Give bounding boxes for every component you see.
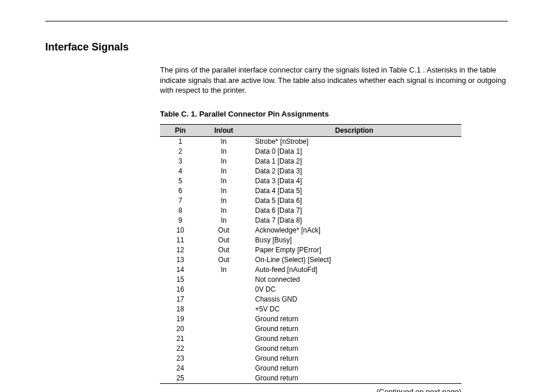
cell-desc: Data 6 [Data 7] <box>247 206 461 216</box>
cell-io: In <box>201 206 247 216</box>
cell-pin: 2 <box>160 147 201 157</box>
cell-pin: 20 <box>160 324 201 334</box>
cell-pin: 12 <box>160 245 201 255</box>
cell-io: In <box>201 157 247 166</box>
cell-io <box>201 304 247 314</box>
cell-io: In <box>201 265 247 275</box>
table-row: 160V DC <box>160 285 461 295</box>
continued-note: (Continued on next page) <box>160 387 461 392</box>
cell-pin: 17 <box>160 295 201 304</box>
cell-io <box>201 285 247 295</box>
section-heading: Interface Signals <box>45 41 508 53</box>
col-header-io: In/out <box>201 124 247 136</box>
cell-io <box>201 334 247 344</box>
table-row: 23Ground return <box>160 354 461 364</box>
pin-assignments-table: Pin In/out Description 1InStrobe* [nStro… <box>160 124 461 385</box>
cell-io <box>201 295 247 304</box>
cell-io <box>201 275 247 285</box>
cell-pin: 22 <box>160 344 201 354</box>
cell-desc: +5V DC <box>247 304 461 314</box>
cell-pin: 6 <box>160 186 201 196</box>
cell-desc: Data 4 [Data 5] <box>247 186 461 196</box>
cell-desc: Not connected <box>247 275 461 285</box>
cell-desc: Data 0 [Data 1] <box>247 147 461 157</box>
table-row: 19Ground return <box>160 314 461 324</box>
cell-desc: Ground return <box>247 364 461 373</box>
cell-pin: 18 <box>160 304 201 314</box>
cell-io: In <box>201 196 247 206</box>
cell-pin: 23 <box>160 354 201 364</box>
col-header-pin: Pin <box>160 124 201 136</box>
cell-pin: 7 <box>160 196 201 206</box>
table-row: 17Chassis GND <box>160 295 461 304</box>
cell-io <box>201 314 247 324</box>
cell-io: In <box>201 186 247 196</box>
table-row: 5InData 3 [Data 4] <box>160 176 461 186</box>
cell-desc: Data 3 [Data 4] <box>247 176 461 186</box>
table-row: 18+5V DC <box>160 304 461 314</box>
table-row: 4InData 2 [Data 3] <box>160 166 461 176</box>
cell-desc: 0V DC <box>247 285 461 295</box>
cell-io: Out <box>201 255 247 265</box>
table-bottom-rule <box>160 383 461 385</box>
cell-pin: 5 <box>160 176 201 186</box>
cell-pin: 3 <box>160 157 201 166</box>
table-row: 12OutPaper Empty [PError] <box>160 245 461 255</box>
table-row: 11OutBusy [Busy] <box>160 235 461 245</box>
cell-pin: 11 <box>160 235 201 245</box>
cell-desc: Busy [Busy] <box>247 235 461 245</box>
cell-pin: 1 <box>160 136 201 147</box>
table-row: 22Ground return <box>160 344 461 354</box>
cell-pin: 24 <box>160 364 201 373</box>
cell-io: In <box>201 176 247 186</box>
cell-pin: 19 <box>160 314 201 324</box>
cell-desc: Acknowledge* [nAck] <box>247 226 461 235</box>
cell-desc: Ground return <box>247 373 461 384</box>
cell-pin: 16 <box>160 285 201 295</box>
cell-desc: Ground return <box>247 344 461 354</box>
cell-pin: 14 <box>160 265 201 275</box>
table-row: 21Ground return <box>160 334 461 344</box>
cell-io <box>201 354 247 364</box>
cell-io: In <box>201 216 247 226</box>
cell-io <box>201 364 247 373</box>
cell-desc: On-Line (Select) [Select] <box>247 255 461 265</box>
cell-desc: Ground return <box>247 314 461 324</box>
intro-paragraph: The pins of the parallel interface conne… <box>160 65 508 96</box>
table-row: 14InAuto-feed [nAutoFd] <box>160 265 461 275</box>
cell-desc: Ground return <box>247 334 461 344</box>
table-row: 7InData 5 [Data 6] <box>160 196 461 206</box>
table-row: 9InData 7 [Data 8] <box>160 216 461 226</box>
cell-io: Out <box>201 226 247 235</box>
table-row: 15Not connected <box>160 275 461 285</box>
cell-io: In <box>201 136 247 147</box>
cell-pin: 4 <box>160 166 201 176</box>
table-row: 6InData 4 [Data 5] <box>160 186 461 196</box>
cell-desc: Paper Empty [PError] <box>247 245 461 255</box>
cell-desc: Data 7 [Data 8] <box>247 216 461 226</box>
cell-pin: 21 <box>160 334 201 344</box>
table-row: 20Ground return <box>160 324 461 334</box>
cell-io <box>201 324 247 334</box>
cell-pin: 13 <box>160 255 201 265</box>
cell-io: In <box>201 166 247 176</box>
table-header-row: Pin In/out Description <box>160 124 461 136</box>
cell-pin: 10 <box>160 226 201 235</box>
cell-desc: Ground return <box>247 354 461 364</box>
cell-pin: 9 <box>160 216 201 226</box>
cell-desc: Strobe* [nStrobe] <box>247 136 461 147</box>
col-header-desc: Description <box>247 124 461 136</box>
table-caption: Table C. 1. Parallel Connector Pin Assig… <box>160 110 508 118</box>
cell-io: Out <box>201 245 247 255</box>
cell-io <box>201 373 247 384</box>
table-row: 2InData 0 [Data 1] <box>160 147 461 157</box>
table-row: 24Ground return <box>160 364 461 373</box>
table-row: 3InData 1 [Data 2] <box>160 157 461 166</box>
cell-desc: Data 1 [Data 2] <box>247 157 461 166</box>
table-row: 1InStrobe* [nStrobe] <box>160 136 461 147</box>
cell-io: Out <box>201 235 247 245</box>
top-rule <box>45 21 508 21</box>
cell-pin: 15 <box>160 275 201 285</box>
table-row: 10OutAcknowledge* [nAck] <box>160 226 461 235</box>
cell-io <box>201 344 247 354</box>
